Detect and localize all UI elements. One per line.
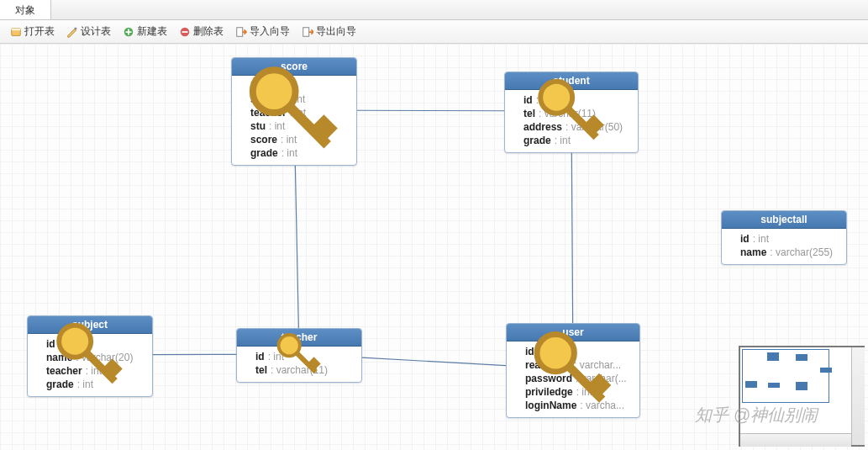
import-wizard-label: 导入向导 xyxy=(250,24,290,39)
column-type: : int xyxy=(281,134,297,146)
minimap-scroll-horizontal[interactable] xyxy=(740,433,851,447)
column-type: : int xyxy=(86,365,102,377)
open-icon xyxy=(10,26,22,38)
plus-icon xyxy=(123,26,134,38)
entity-title: user xyxy=(507,324,639,341)
column-type: : int xyxy=(290,107,306,119)
toolbar: 打开表 设计表 新建表 删除表 导入向导 导出向导 xyxy=(0,20,868,44)
er-canvas[interactable]: scoreid: intsubject: intteacher: intstu:… xyxy=(0,44,868,450)
column-name: tel xyxy=(255,364,267,376)
entity-title: subjectall xyxy=(722,211,846,229)
delete-table-label: 删除表 xyxy=(193,24,224,39)
import-icon xyxy=(235,26,247,38)
column-type: : int xyxy=(281,147,297,159)
column-row: name: varchar(255) xyxy=(727,246,841,259)
column-row: grade: int xyxy=(237,146,351,160)
entity-subjectall[interactable]: subjectallid: intname: varchar(255) xyxy=(721,210,847,265)
entity-user[interactable]: userid: intrealName: varchar...password:… xyxy=(506,323,640,418)
column-type: : int xyxy=(576,386,592,398)
export-wizard-button[interactable]: 导出向导 xyxy=(297,23,361,40)
column-type: : varcha... xyxy=(580,400,624,411)
entity-title: subject xyxy=(28,316,152,334)
column-name: id xyxy=(46,338,55,350)
column-name: id xyxy=(523,94,533,106)
entity-subject[interactable]: subjectid: intname: varchar(20)teacher: … xyxy=(27,315,153,397)
column-name: password xyxy=(525,373,572,384)
column-name: stu xyxy=(250,120,266,132)
minimap[interactable] xyxy=(739,346,865,447)
column-type: : int xyxy=(538,346,554,357)
column-row: address: varchar(50) xyxy=(510,120,633,134)
column-type: : varchar(... xyxy=(576,373,627,384)
entity-title: student xyxy=(505,72,638,90)
column-type: : int xyxy=(289,93,305,105)
column-row: name: varchar(20) xyxy=(33,351,147,364)
relation-line xyxy=(357,110,504,111)
column-row: realName: varchar... xyxy=(512,358,634,372)
design-icon xyxy=(66,26,78,38)
design-table-label: 设计表 xyxy=(81,24,111,39)
column-row: score: int xyxy=(237,133,351,146)
entity-student[interactable]: studentid: inttel: varchar(11)address: v… xyxy=(504,71,639,153)
tab-bar: 对象 xyxy=(0,0,868,20)
entity-teacher[interactable]: teacherid: inttel: varchar(11) xyxy=(236,328,362,383)
column-row: tel: varchar(11) xyxy=(242,363,356,377)
entity-columns: id: intname: varchar(255) xyxy=(722,229,846,264)
entity-columns: id: inttel: varchar(11) xyxy=(237,347,361,382)
column-name: id xyxy=(740,233,750,245)
column-row: teacher: int xyxy=(237,106,351,119)
column-row: stu: int xyxy=(237,119,351,133)
svg-rect-2 xyxy=(75,27,77,29)
entity-columns: id: intrealName: varchar...password: var… xyxy=(507,341,639,417)
minimap-viewport[interactable] xyxy=(742,349,829,403)
column-type: : varchar(11) xyxy=(539,108,596,119)
column-name: id xyxy=(250,80,260,92)
column-name: name xyxy=(46,352,72,363)
svg-rect-1 xyxy=(12,28,21,30)
tab-objects[interactable]: 对象 xyxy=(0,0,51,19)
column-type: : int xyxy=(59,338,75,350)
column-row: priviledge: int xyxy=(512,385,634,399)
column-name: tel xyxy=(523,108,535,119)
export-wizard-label: 导出向导 xyxy=(316,24,356,39)
entity-score[interactable]: scoreid: intsubject: intteacher: intstu:… xyxy=(231,57,357,166)
column-name: grade xyxy=(523,135,551,146)
column-name: name xyxy=(740,246,766,258)
open-table-label: 打开表 xyxy=(24,24,55,39)
column-row: grade: int xyxy=(510,134,633,147)
column-row: id: int xyxy=(242,350,356,363)
column-row: id: int xyxy=(510,93,633,107)
column-row: loginName: varcha... xyxy=(512,399,634,412)
column-row: teacher: int xyxy=(33,364,147,378)
column-type: : varchar... xyxy=(574,359,621,371)
relation-line xyxy=(571,151,572,323)
column-type: : int xyxy=(555,135,571,146)
column-row: id: int xyxy=(33,337,147,351)
column-row: id: int xyxy=(237,79,351,93)
export-icon xyxy=(302,26,313,38)
svg-rect-6 xyxy=(303,27,309,36)
column-type: : int xyxy=(77,379,93,390)
relation-line xyxy=(362,357,506,365)
column-name: teacher xyxy=(250,107,287,119)
entity-title: teacher xyxy=(237,329,361,347)
open-table-button[interactable]: 打开表 xyxy=(5,23,60,40)
entity-columns: id: inttel: varchar(11)address: varchar(… xyxy=(505,90,638,152)
column-name: score xyxy=(250,134,277,146)
column-name: address xyxy=(523,121,562,133)
new-table-label: 新建表 xyxy=(137,24,167,39)
column-row: id: int xyxy=(512,345,634,358)
minimap-scroll-vertical[interactable] xyxy=(851,347,865,445)
column-type: : int xyxy=(268,351,284,363)
column-name: subject xyxy=(250,93,286,105)
import-wizard-button[interactable]: 导入向导 xyxy=(230,23,295,40)
column-type: : int xyxy=(269,120,285,132)
delete-table-button[interactable]: 删除表 xyxy=(174,23,229,40)
design-table-button[interactable]: 设计表 xyxy=(61,23,116,40)
column-type: : varchar(20) xyxy=(76,352,133,363)
new-table-button[interactable]: 新建表 xyxy=(118,23,172,40)
column-type: : int xyxy=(753,233,769,245)
entity-columns: id: intname: varchar(20)teacher: intgrad… xyxy=(28,334,152,396)
column-name: priviledge xyxy=(525,386,573,398)
minus-icon xyxy=(179,26,191,38)
